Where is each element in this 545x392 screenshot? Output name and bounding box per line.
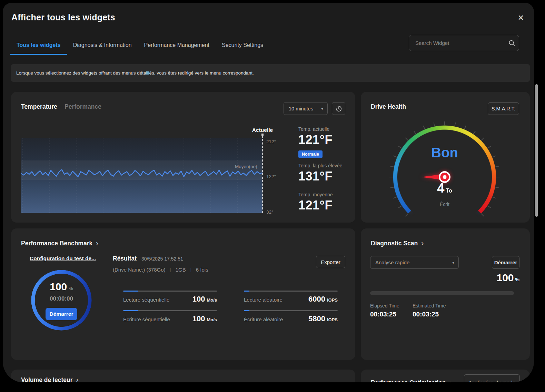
drive-volume-title-link[interactable]: Volume de lecteur›: [21, 376, 78, 382]
smart-button[interactable]: S.M.A.R.T.: [488, 102, 519, 115]
scan-type-value: Analyse rapide: [370, 259, 452, 265]
axis-tick-min: 32°: [266, 209, 273, 215]
chevron-down-icon: ▾: [321, 106, 327, 111]
written-label: Écrit: [388, 202, 502, 207]
benchmark-progress: 100 %: [31, 281, 92, 293]
progress-track: [244, 291, 338, 292]
apply-mode-button[interactable]: Application du mode: [464, 374, 520, 382]
interval-dropdown[interactable]: 10 minutes ▾: [284, 102, 328, 115]
scan-type-dropdown[interactable]: Analyse rapide ▾: [370, 256, 459, 269]
metric-rand-write: Écriture aléatoire5800IOPS: [244, 310, 338, 323]
benchmark-progress-ring: 100 % 00:00:00 Démarrer: [31, 270, 92, 331]
test-count: 6 fois: [196, 267, 208, 273]
benchmark-result-header: Résultat 30/5/2025 17:52:51: [113, 255, 183, 262]
scrollbar-thumb[interactable]: [535, 84, 538, 217]
highest-temp-label: Temp. la plus élevée: [298, 163, 343, 168]
metric-seq-write: Écriture séquentielle100Mo/s: [123, 310, 217, 323]
screen: Afficher tous les widgets ✕ Tous les wid…: [0, 0, 545, 392]
written-value: 4: [437, 181, 444, 195]
performance-tab[interactable]: Performance: [65, 103, 101, 110]
elapsed-time-value: 00:03:25: [370, 311, 396, 318]
status-badge: Normale: [298, 150, 323, 158]
history-clock-icon: [335, 105, 343, 112]
temp-status: Normale: [298, 150, 323, 158]
drive-info: (Drive Name:) (378Go): [113, 267, 166, 273]
axis-tick-mid: 122°: [266, 174, 276, 179]
chevron-right-icon: ›: [421, 239, 424, 247]
benchmark-test-config: (Drive Name:) (378Go) | 1GB | 6 fois: [113, 267, 208, 273]
gauge-needle-icon: [388, 120, 502, 223]
diagnostic-scan-widget: Diagnostic Scan› Analyse rapide ▾ Démarr…: [361, 228, 530, 360]
progress-fill: [244, 291, 249, 292]
series-label: Moyen(ne): [235, 164, 257, 169]
elapsed-time-label: Elapsed Time: [370, 303, 399, 308]
temperature-tab[interactable]: Temperature: [21, 103, 57, 110]
tab-diagnosis-information[interactable]: Diagnosis & Information: [67, 40, 138, 55]
performance-optimization-widget: Performance Optimization› Application du…: [361, 370, 530, 382]
chevron-right-icon: ›: [96, 239, 98, 247]
tab-performance-management[interactable]: Performance Management: [138, 40, 216, 55]
widgets-modal: Afficher tous les widgets ✕ Tous les wid…: [3, 3, 534, 382]
result-timestamp: 30/5/2025 17:52:51: [141, 256, 183, 262]
diagnostic-progress-bar: [370, 291, 514, 295]
page-title: Afficher tous les widgets: [11, 12, 115, 22]
health-gauge: Bon 4To Écrit: [388, 120, 502, 223]
current-marker-label: Actuelle: [252, 127, 273, 133]
close-icon: ✕: [518, 13, 524, 22]
tab-bar: Tous les widgets Diagnosis & Information…: [10, 40, 269, 55]
benchmark-config-link[interactable]: Configuration du test de...: [30, 255, 96, 262]
written-unit: To: [446, 188, 452, 194]
search-widget-box: [409, 35, 519, 51]
average-temp-value: 121°F: [298, 198, 333, 213]
highest-temp-value: 131°F: [298, 169, 333, 184]
written-total: 4To: [388, 181, 502, 196]
export-button[interactable]: Exporter: [316, 256, 345, 268]
metric-rand-read: Lecture aléatoire6000IOPS: [244, 291, 338, 304]
performance-optimization-title-link[interactable]: Performance Optimization›: [371, 379, 452, 382]
estimated-time-label: Estimated Time: [413, 303, 446, 308]
temperature-chart: Moyen(ne): [21, 138, 262, 213]
drive-health-widget: Drive Health S.M.A.R.T. Bon 4To Écrit: [361, 92, 530, 223]
current-temp-value: 121°F: [298, 133, 333, 147]
progress-fill: [123, 310, 138, 311]
interval-value: 10 minutes: [284, 106, 321, 111]
separator: |: [190, 267, 191, 272]
chevron-right-icon: ›: [76, 375, 78, 382]
drive-volume-widget: Volume de lecteur›: [11, 370, 355, 382]
estimated-time-value: 00:03:25: [413, 311, 439, 318]
tab-security-settings[interactable]: Security Settings: [216, 40, 269, 55]
tab-tous-les-widgets[interactable]: Tous les widgets: [10, 40, 67, 55]
diagnostic-progress: 100 %: [496, 272, 519, 284]
temperature-widget: Temperature Performance 10 minutes ▾: [11, 92, 355, 223]
search-icon[interactable]: [505, 40, 519, 47]
history-clock-button[interactable]: [332, 102, 345, 115]
diagnostic-start-button[interactable]: Démarrer: [492, 256, 519, 269]
drive-health-title: Drive Health: [371, 103, 406, 110]
benchmark-timer: 00:00:00: [31, 295, 92, 302]
current-temp-label: Temp. actuelle: [298, 126, 329, 132]
result-label: Résultat: [113, 255, 137, 262]
test-size: 1GB: [176, 267, 186, 273]
progress-fill: [123, 291, 138, 292]
chevron-right-icon: ›: [449, 378, 452, 382]
progress-track: [123, 310, 217, 311]
metric-seq-read: Lecture séquentielle100Mo/s: [123, 291, 217, 304]
info-banner: Lorsque vous sélectionnez des widgets of…: [11, 64, 530, 82]
benchmark-title-link[interactable]: Performance Benchmark›: [21, 240, 98, 247]
progress-fill: [244, 310, 249, 311]
benchmark-start-button[interactable]: Démarrer: [46, 308, 77, 320]
chevron-down-icon: ▾: [452, 260, 458, 265]
progress-track: [123, 291, 217, 292]
temperature-line-chart: [21, 138, 262, 213]
progress-track: [244, 310, 338, 311]
info-banner-text: Lorsque vous sélectionnez des widgets of…: [16, 70, 254, 76]
current-marker-line: [262, 136, 263, 213]
separator: |: [170, 267, 171, 272]
search-input[interactable]: [409, 40, 505, 46]
performance-benchmark-widget: Performance Benchmark› Configuration du …: [11, 228, 355, 360]
close-button[interactable]: ✕: [515, 12, 527, 24]
axis-tick-max: 212°: [266, 139, 276, 144]
normal-range-band: [21, 160, 262, 180]
average-temp-label: Temp. moyenne: [298, 192, 333, 197]
diagnostic-title-link[interactable]: Diagnostic Scan›: [371, 240, 424, 247]
